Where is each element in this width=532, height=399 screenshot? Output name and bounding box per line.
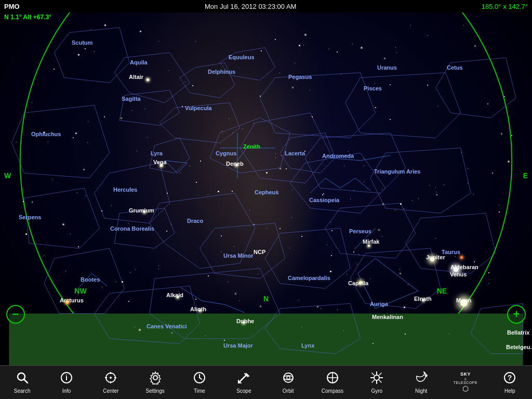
star-random-11 [234,246,234,247]
star-field-dot [147,137,148,138]
toolbar-time[interactable]: Time [177,366,221,399]
star-field-dot [384,58,385,59]
svg-text:i: i [65,374,68,382]
star-field-dot [171,332,172,334]
star-field-dot [254,224,255,225]
star-dot-arcturus [65,300,69,304]
compass-icon [326,371,339,387]
time-icon [193,371,206,387]
toolbar-orbit[interactable]: Orbit [266,366,310,399]
star-field-dot [243,128,243,129]
toolbar-settings[interactable]: Settings [133,366,177,399]
star-field-dot [429,185,430,185]
star-dot-altair [147,78,149,81]
star-field-dot [85,48,86,49]
star-field-dot [208,275,209,276]
cardinal-NE: NE [437,287,447,295]
toolbar-scope[interactable]: Scope [222,366,266,399]
star-field-dot [436,192,436,192]
star-field-dot [418,198,419,199]
toolbar-compass-label: Compass [322,388,343,394]
toolbar-help[interactable]: ? Help [488,366,532,399]
star-field-dot [261,50,262,51]
star-field-dot [408,284,408,285]
star-random-2 [182,106,183,107]
star-field-dot [396,52,397,53]
sky-view[interactable]: N 1.1° Alt +67.3° [0,12,532,365]
toolbar-night[interactable]: ★ Night [399,366,443,399]
star-field-dot [395,47,396,48]
svg-line-89 [379,373,382,376]
star-field-dot [158,269,158,269]
star-field-dot [323,193,324,194]
star-random-13 [395,210,395,210]
toolbar-scope-label: Scope [236,388,251,394]
star-field-dot [266,172,268,174]
orbit-icon [282,371,295,387]
toolbar-skyweek[interactable]: SKY & TELESCOPE ⬡ [443,366,487,399]
star-dot-venus [454,267,458,272]
star-field-dot [292,87,293,88]
toolbar-night-label: Night [415,388,427,394]
star-field-dot [348,151,349,152]
star-dot-alkaid [177,296,179,298]
star-random-12 [301,236,302,237]
zoom-plus-button[interactable]: + [507,305,526,324]
svg-line-57 [24,380,28,383]
toolbar-compass[interactable]: Compass [310,366,354,399]
toolbar-gyro[interactable]: Gyro [355,366,399,399]
star-field-dot [185,82,185,82]
star-random-4 [312,116,313,117]
svg-point-61 [110,377,112,379]
star-dot-mirfak [368,245,370,247]
svg-point-81 [331,377,333,379]
star-field-dot [229,118,229,119]
star-field-dot [23,201,24,202]
gyro-icon [370,371,383,387]
coord-info: N 1.1° Alt +67.3° [4,14,51,21]
svg-text:?: ? [508,374,512,382]
settings-icon [149,371,162,387]
star-field-dot [379,230,379,230]
svg-line-87 [372,373,375,376]
star-field-dot [382,236,382,237]
date-time: Mon Jul 16, 2012 03:23:00 AM [205,3,296,10]
star-random-20 [52,179,52,179]
star-dot-vega [160,164,163,167]
scope-icon [237,371,250,387]
star-field-dot [501,134,502,134]
star-random-9 [364,158,364,158]
night-icon: ★ [415,371,428,387]
toolbar-info[interactable]: i Info [44,366,88,399]
star-field-dot [455,256,456,257]
star-field-dot [280,73,280,73]
svg-line-70 [238,375,246,383]
sky-container: PMO Mon Jul 16, 2012 03:23:00 AM 185.0° … [0,0,532,399]
toolbar-orbit-label: Orbit [283,388,294,394]
star-field-dot [427,85,428,86]
svg-line-69 [200,378,202,379]
star-dot-grumium [143,211,145,213]
star-field-dot [247,255,247,256]
toolbar-info-label: Info [62,388,71,394]
star-field-dot [405,334,406,335]
toolbar-center[interactable]: Center [89,366,133,399]
star-field-dot [352,44,353,44]
toolbar-search[interactable]: Search [0,366,44,399]
star-random-8 [322,194,323,195]
svg-line-90 [372,380,375,383]
star-field-dot [317,307,318,307]
milky-way [0,12,532,365]
star-field-dot [370,278,370,279]
star-dot-capella [359,281,362,284]
star-random-6 [286,168,287,169]
cardinal-NW: NW [74,287,86,295]
star-field-dot [396,314,397,314]
star-field-dot [289,248,290,248]
star-field-dot [504,96,505,97]
star-field-dot [458,67,459,68]
toolbar-settings-label: Settings [146,388,165,394]
zoom-minus-button[interactable]: − [6,305,25,324]
toolbar-search-label: Search [14,388,31,394]
toolbar-gyro-label: Gyro [371,388,382,394]
